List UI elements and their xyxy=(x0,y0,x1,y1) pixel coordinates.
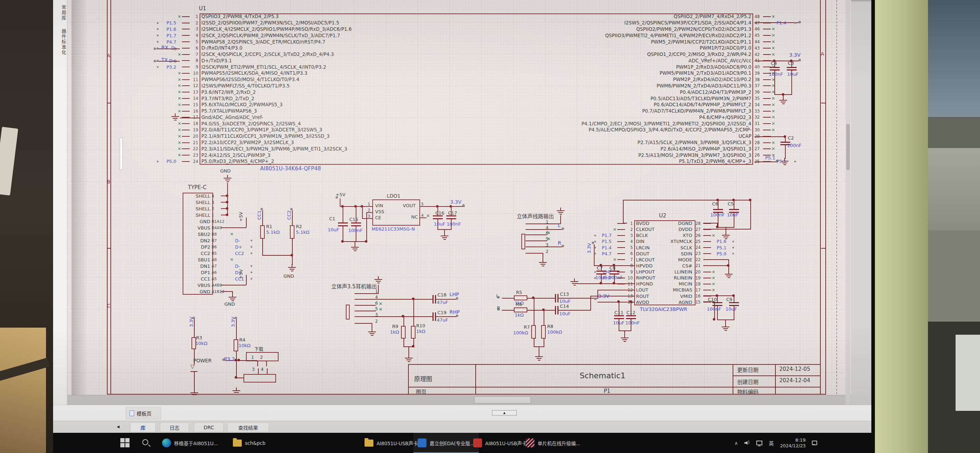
schematic-text[interactable]: 5 xyxy=(546,237,549,242)
schematic-text[interactable]: 2 xyxy=(546,249,549,254)
schematic-text[interactable]: 6 xyxy=(546,231,549,236)
schematic-text[interactable]: 1kΩ xyxy=(515,313,524,318)
schematic-text[interactable]: 5.1kΩ xyxy=(296,230,309,235)
schematic-text[interactable]: 2 xyxy=(375,319,378,324)
u1-left-pin-row[interactable]: ✕ 22 P2.3/A11/SDA/ECI_3/PWM2N_3/PWM6_3/P… xyxy=(159,145,513,152)
net-label[interactable]: RHP xyxy=(597,275,612,281)
schematic-text[interactable]: 10uF xyxy=(727,212,738,217)
volume-icon[interactable] xyxy=(744,440,750,445)
typec-pin-row[interactable]: DP2 B6 D+ xyxy=(183,244,253,250)
net-label[interactable]: P1.6 xyxy=(159,27,177,32)
schematic-text[interactable]: C5 xyxy=(728,201,734,206)
schematic-text[interactable]: P3.2 xyxy=(224,357,235,362)
dock-tab[interactable]: 查找结果 xyxy=(227,423,269,432)
typec-pin-row[interactable]: VBUS A4B9 xyxy=(183,282,253,288)
typec-pin-row[interactable]: GND A1B12 xyxy=(183,288,253,295)
net-label[interactable]: P1.4 xyxy=(776,20,794,26)
u2-right-pin-row[interactable]: CS# 21 xyxy=(641,263,732,269)
component-body[interactable] xyxy=(514,295,527,300)
schematic-text[interactable]: CE xyxy=(375,215,381,220)
net-label[interactable]: P1.4 xyxy=(597,245,612,250)
schematic-text[interactable]: R4 xyxy=(239,338,245,343)
u1-right-pin-row[interactable]: P5.1/TxD3_2/PWM6_4/CMP+_3 25 P5.1 xyxy=(487,158,794,165)
net-label[interactable]: CC1 xyxy=(234,276,250,282)
net-label[interactable]: D+ xyxy=(159,58,177,64)
typec-pin-row[interactable]: CC2 B5 CC2 xyxy=(183,250,253,257)
schematic-text[interactable]: 100kΩ xyxy=(547,330,562,335)
schematic-text[interactable]: R xyxy=(497,306,500,311)
u1-right-pin-row[interactable]: P2.6/A14/MISO_2/PWM4P_3/QSPIIO1_3 27 ✕ xyxy=(487,145,794,152)
schematic-text[interactable]: LHP xyxy=(449,292,459,297)
typec-pin-row[interactable]: SBU1 A8 ✕ xyxy=(183,257,253,263)
schematic-text[interactable]: GND xyxy=(220,169,231,174)
schematic-text[interactable]: 10uF xyxy=(434,222,445,226)
schematic-text[interactable]: 3.3V xyxy=(450,199,461,205)
net-label[interactable]: D- xyxy=(159,45,177,51)
schematic-text[interactable]: VSS xyxy=(375,209,384,214)
u2-right-pin-row[interactable]: DVDD 27 xyxy=(641,226,732,232)
u1-right-pin-row[interactable]: QSPIIO1_2/CCP0_2/MISO_3/RxD2_2/WR/P4.2 4… xyxy=(487,51,794,58)
u1-right-pin-row[interactable]: P0.7/AD7/T4CLKO/PWM4N_2/PWM8/PWMFLT_3 33… xyxy=(487,108,794,115)
component-body[interactable] xyxy=(234,339,238,351)
u1-right-pin-row[interactable]: P4.6/CMP+/QSPIIO2_3 32 ✕ xyxy=(487,115,794,121)
schematic-text[interactable]: RHP xyxy=(449,309,460,315)
schematic-text[interactable]: 1 xyxy=(375,289,378,294)
schematic-text[interactable]: 3 xyxy=(252,367,255,372)
tray-chevron-icon[interactable]: ∧ xyxy=(734,440,738,446)
u1-right-pin-row[interactable]: PWM2P_2/RxD4/AD2/ADC10/P0.2 38 ✕ xyxy=(487,77,794,83)
typec-pin-row[interactable]: DP1 A6 D+ xyxy=(183,269,253,276)
u2-right-pin-row[interactable]: MICBIAS 17 ✕ xyxy=(641,287,732,293)
component-body[interactable] xyxy=(346,305,350,319)
schematic-text[interactable]: B xyxy=(107,179,110,185)
schematic-text[interactable]: ▽ xyxy=(191,364,195,370)
net-label[interactable]: P1.7 xyxy=(159,33,177,38)
schematic-text[interactable]: 100nF xyxy=(447,222,461,226)
net-label[interactable]: P4.7 xyxy=(597,251,612,257)
u1-left-pin-row[interactable]: ✕ 7 I2SCK_4/QSPICLK_2/CCP1_2/SCLK_3/TxD2… xyxy=(159,51,513,58)
typec-pin-row[interactable]: SBU2 B8 ✕ xyxy=(183,231,253,237)
schematic-text[interactable]: TLV320AIC23BPWR xyxy=(640,307,687,312)
dock-tab[interactable]: DRC xyxy=(194,423,224,432)
taskbar-app-button[interactable]: 移植基于AI8051U... xyxy=(158,433,222,453)
search-icon[interactable] xyxy=(142,439,148,445)
schematic-text[interactable]: AI8051U-34K64-QFP48 xyxy=(260,166,321,172)
schematic-text[interactable]: 47uF xyxy=(437,318,448,323)
u1-left-pin-row[interactable]: ✕ 10 PWMAPS5/I2SMCLK/SDA_4/MISO_4/INT1/P… xyxy=(159,70,513,77)
schematic-text[interactable]: C16 xyxy=(435,211,444,216)
u2-right-pin-row[interactable]: SCLK 24 P5.1 xyxy=(641,245,732,251)
dock-collapse-icon[interactable]: ◀ xyxy=(117,425,119,429)
vertical-scrollbar-thumb[interactable] xyxy=(846,124,850,170)
typec-pin-row[interactable]: GND B1A12 xyxy=(183,218,253,225)
schematic-text[interactable]: 6 xyxy=(375,301,378,306)
schematic-text[interactable]: 5 xyxy=(375,307,378,311)
schematic-text[interactable]: 4 xyxy=(546,226,549,230)
schematic-text[interactable]: 3.3V xyxy=(189,317,194,327)
u2-right-pin-row[interactable]: SDIN 23 P5.0 xyxy=(641,251,732,257)
typec-pin-row[interactable]: DN2 B7 D- xyxy=(183,237,253,244)
schematic-text[interactable]: A xyxy=(821,51,824,57)
typec-pin-row[interactable]: VBUS B4A9 xyxy=(183,225,253,231)
net-label[interactable]: D+ xyxy=(234,244,250,250)
net-label[interactable]: P5.1 xyxy=(716,245,732,250)
schematic-text[interactable]: 4 xyxy=(261,367,264,372)
schematic-text[interactable]: GND xyxy=(283,274,294,279)
schematic-text[interactable]: 5 xyxy=(421,202,424,206)
net-label[interactable]: P5.1 xyxy=(776,159,794,164)
u2-right-pin-row[interactable]: VMID 16 xyxy=(641,293,732,299)
net-label[interactable]: P1.7 xyxy=(597,233,612,238)
schematic-text[interactable]: A xyxy=(107,53,110,59)
schematic-text[interactable]: CC1 xyxy=(257,211,262,220)
component-body[interactable] xyxy=(411,326,415,338)
u1-left-pin-row[interactable]: ✕ 18 P4.0/SS_3/ADCETR_2/QSPINCS_2/I2SWS_… xyxy=(159,120,513,127)
typec-pin-row[interactable]: CC1 A5 CC1 xyxy=(183,276,253,282)
u1-left-pin-row[interactable]: ✕ 15 P5.6/XTALO/MCLKO_2/PWMAPS5_3 xyxy=(159,102,513,108)
schematic-text[interactable]: C13 xyxy=(560,292,569,297)
u1-right-pin-row[interactable]: ADC_VRef+/ADC_AVcc/Vcc 41 xyxy=(487,57,794,64)
ime-indicator[interactable]: 英 xyxy=(769,440,774,447)
schematic-text[interactable]: 100nF xyxy=(348,228,363,233)
schematic-text[interactable]: L xyxy=(558,223,561,228)
schematic-text[interactable]: C11 xyxy=(614,310,624,315)
u1-right-pin-row[interactable]: QSPIIO2/PWM6_2/PWM2N/CCP0/TxD2/ADC3/P1.3… xyxy=(487,26,794,33)
schematic-text[interactable]: 3 xyxy=(546,243,549,247)
schematic-text[interactable]: U1 xyxy=(199,6,206,12)
